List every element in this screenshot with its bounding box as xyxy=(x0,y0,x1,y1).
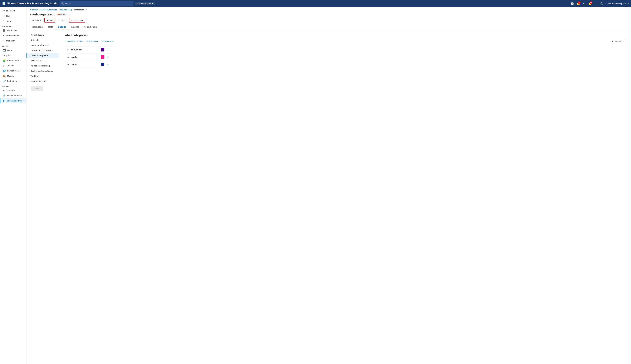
breadcrumb-data-labeling[interactable]: Data Labeling xyxy=(60,9,72,11)
jobs-icon: ⚙ xyxy=(3,54,5,57)
linked-services-icon: 🔗 xyxy=(3,94,6,97)
notification-badge-2: 14 xyxy=(590,2,592,4)
save-button[interactable]: Save xyxy=(31,86,43,91)
apple-expand-icon[interactable]: ▶ xyxy=(68,56,69,58)
app-layout: ↩ Microsoft + New ⌂ Home Authoring 📓 Not… xyxy=(0,7,631,364)
leftnav-quality-control[interactable]: Quality control settings xyxy=(27,68,59,74)
sidebar-item-components[interactable]: 🧩 Components xyxy=(0,58,26,63)
notification-icon-btn[interactable]: 🔔 23 xyxy=(575,1,581,6)
sidebar-item-linked-services[interactable]: 🔗 Linked Services xyxy=(0,93,26,98)
sidebar-item-endpoints[interactable]: 🔗 Endpoints xyxy=(0,78,26,84)
sidebar-components-label: Components xyxy=(7,60,19,62)
leftnav-label-categories-label: Label categories xyxy=(31,54,48,56)
onion-add-child-button[interactable]: + xyxy=(106,63,110,66)
sidebar-item-jobs[interactable]: ⚙ Jobs xyxy=(0,53,26,58)
tab-dashboard[interactable]: Dashboard xyxy=(30,24,46,30)
workspace-selector[interactable]: This workspace ▾ xyxy=(135,2,155,5)
content-area: Project details Datasets Incremental ref… xyxy=(27,30,631,86)
sidebar-item-pipelines[interactable]: ⧖ Pipelines xyxy=(0,63,26,68)
sidebar-data-label: Data xyxy=(7,49,12,51)
settings-icon-btn[interactable]: ⚙ xyxy=(581,1,587,6)
main-content: Microsoft › contosoworkspace › Data Labe… xyxy=(27,7,631,364)
label-item-onion: ▶ onion + xyxy=(65,61,112,68)
status-dot-icon xyxy=(58,14,59,15)
automated-ml-icon: ⚡ xyxy=(3,34,5,37)
search-bar[interactable]: 🔍 xyxy=(60,1,134,6)
leftnav-label-export[interactable]: Label export (optional) xyxy=(27,48,59,53)
sidebar-item-home[interactable]: ⌂ Home xyxy=(0,18,26,24)
leftnav-workforce[interactable]: Workforce xyxy=(27,74,59,79)
sidebar-item-data-labeling[interactable]: 🏷 Data Labeling xyxy=(0,98,26,104)
sidebar-item-data[interactable]: 💾 Data xyxy=(0,48,26,53)
breadcrumb-sep-2: › xyxy=(58,9,59,11)
username-label[interactable]: contosoworkspace xyxy=(607,2,627,5)
help-icon-btn[interactable]: ? xyxy=(593,1,598,6)
leftnav-instructions[interactable]: Instructions xyxy=(27,58,59,63)
tab-vision-studio[interactable]: Vision Studio xyxy=(81,24,99,30)
label-data-icon: ✏ xyxy=(71,19,73,21)
export-button[interactable]: ↗ Export xyxy=(56,18,69,22)
data-icon: 💾 xyxy=(3,49,6,52)
search-filter-button[interactable]: ⊿ Search to ... xyxy=(609,39,626,44)
sidebar-item-environments[interactable]: 🌐 Environments xyxy=(0,68,26,74)
apple-color-swatch[interactable] xyxy=(101,55,104,59)
sidebar-item-automated-ml[interactable]: ⚡ Automated ML xyxy=(0,33,26,38)
tab-data[interactable]: Data xyxy=(46,24,56,30)
refresh-icon: ↻ xyxy=(32,19,34,21)
assets-section-label: Assets xyxy=(0,44,26,48)
leftnav-general-settings-label: General Settings xyxy=(31,80,47,82)
add-label-category-button[interactable]: + Add label category xyxy=(64,39,85,44)
tab-bar: Dashboard Data Details Insights Vision S… xyxy=(27,24,631,30)
user-icon-btn[interactable]: 😊 xyxy=(599,1,604,6)
status-badge: Paused xyxy=(56,13,67,16)
sidebar-jobs-label: Jobs xyxy=(6,54,10,56)
sidebar-models-label: Models xyxy=(7,75,14,77)
leftnav-incremental-refresh[interactable]: Incremental refresh xyxy=(27,43,59,48)
onion-color-swatch[interactable] xyxy=(101,63,104,66)
refresh-button[interactable]: ↻ Refresh xyxy=(30,18,44,22)
models-icon: 📦 xyxy=(3,74,6,77)
label-item-cucumber: ▶ cucumber + xyxy=(65,46,112,53)
leftnav-instructions-label: Instructions xyxy=(31,60,42,62)
start-icon: ▶ xyxy=(47,19,48,21)
leftnav-label-categories[interactable]: Label categories xyxy=(27,53,59,58)
sidebar-item-models[interactable]: 📦 Models xyxy=(0,74,26,78)
sidebar-notebooks-label: Notebooks xyxy=(7,30,17,32)
expand-all-button[interactable]: ⊞ Expand all xyxy=(85,39,100,43)
onion-expand-icon[interactable]: ▶ xyxy=(68,63,69,66)
cucumber-color-swatch[interactable] xyxy=(101,48,104,52)
apple-add-child-button[interactable]: + xyxy=(106,55,110,59)
breadcrumb-workspace[interactable]: contosoworkspace xyxy=(41,9,57,11)
cucumber-expand-icon[interactable]: ▶ xyxy=(68,48,69,51)
breadcrumb-sep-3: › xyxy=(73,9,73,11)
sidebar-item-microsoft[interactable]: ↩ Microsoft xyxy=(0,8,26,14)
leftnav-ml-assisted[interactable]: ML assisted labeling xyxy=(27,63,59,68)
leftnav-project-details[interactable]: Project details xyxy=(27,32,59,38)
search-input[interactable] xyxy=(65,2,132,5)
filter-icon: ⊿ xyxy=(611,40,613,42)
alert-icon-btn[interactable]: 🔔 14 xyxy=(587,1,592,6)
hamburger-icon[interactable]: ☰ xyxy=(2,2,5,5)
cucumber-add-child-button[interactable]: + xyxy=(106,48,110,52)
refresh-label: Refresh xyxy=(35,19,42,21)
user-chevron-icon[interactable]: ▾ xyxy=(627,2,629,5)
sidebar-item-compute[interactable]: 🖥 Compute xyxy=(0,88,26,93)
cucumber-label-name: cucumber xyxy=(71,48,99,51)
sidebar-item-new[interactable]: + New xyxy=(0,14,26,18)
leftnav-general-settings[interactable]: General Settings xyxy=(27,79,59,84)
label-data-button[interactable]: ✏ Label data xyxy=(69,18,85,22)
sidebar-microsoft-label: Microsoft xyxy=(6,10,15,12)
tab-insights[interactable]: Insights xyxy=(69,24,81,30)
pipelines-icon: ⧖ xyxy=(3,64,5,67)
sidebar-data-labeling-label: Data Labeling xyxy=(7,100,22,102)
start-button[interactable]: ▶ Start xyxy=(44,18,55,22)
favorite-star-icon[interactable]: ☆ xyxy=(68,13,70,16)
sidebar-item-notebooks[interactable]: 📓 Notebooks xyxy=(0,28,26,33)
clock-icon-btn[interactable]: 🕐 xyxy=(570,1,575,6)
components-icon: 🧩 xyxy=(3,59,6,62)
collapse-all-button[interactable]: ⊟ Collapse all xyxy=(100,39,116,43)
breadcrumb-microsoft[interactable]: Microsoft xyxy=(30,9,38,11)
sidebar-item-designer[interactable]: ✏ Designer xyxy=(0,38,26,44)
leftnav-datasets[interactable]: Datasets xyxy=(27,38,59,43)
tab-details[interactable]: Details xyxy=(56,24,68,30)
